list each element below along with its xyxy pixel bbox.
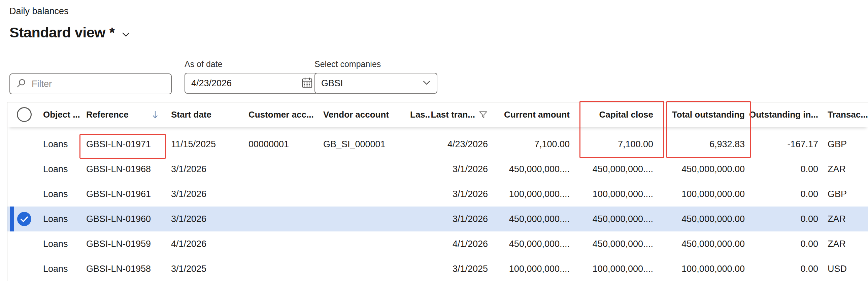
row-select-checkbox[interactable] — [7, 206, 38, 231]
cell-customer-account[interactable] — [246, 231, 320, 256]
cell-start-date[interactable]: 4/1/2026 — [168, 231, 246, 256]
cell-reference[interactable]: GBSI-LN-01971 — [84, 132, 168, 157]
cell-transaction-currency[interactable]: GBP — [822, 181, 868, 206]
column-header-outstanding-in[interactable]: Outstanding in... — [749, 103, 822, 127]
cell-outstanding-in[interactable]: 0.00 — [749, 206, 822, 231]
cell-total-outstanding[interactable]: 6,932.83 — [664, 132, 749, 157]
cell-vendor-account[interactable]: GB_SI_000001 — [320, 132, 407, 157]
cell-current-amount[interactable]: 450,000,000.... — [493, 206, 572, 231]
column-header-total-outstanding[interactable]: Total outstanding — [664, 103, 749, 127]
as-of-date-input[interactable] — [191, 78, 301, 89]
cell-current-amount[interactable]: 100,000,000.... — [493, 181, 572, 206]
cell-customer-account[interactable] — [246, 157, 320, 181]
cell-start-date[interactable]: 3/1/2026 — [168, 181, 246, 206]
column-header-object-type[interactable]: Object ... — [38, 103, 84, 127]
cell-total-outstanding[interactable]: 450,000,000.00 — [664, 231, 749, 256]
cell-current-amount[interactable]: 100,000,000.... — [493, 256, 572, 281]
cell-last-tran[interactable]: 4/23/2026 — [430, 132, 493, 157]
cell-outstanding-in[interactable]: 0.00 — [749, 181, 822, 206]
cell-last-tran[interactable]: 4/1/2026 — [430, 231, 493, 256]
cell-transaction-currency[interactable]: ZAR — [822, 206, 868, 231]
cell-las[interactable] — [407, 206, 430, 231]
cell-customer-account[interactable] — [246, 181, 320, 206]
cell-start-date[interactable]: 11/15/2025 — [168, 132, 246, 157]
cell-capital-close[interactable]: 450,000,000.... — [572, 231, 664, 256]
cell-start-date[interactable]: 3/1/2026 — [168, 157, 246, 181]
quick-filter-input[interactable] — [31, 79, 166, 90]
cell-current-amount[interactable]: 450,000,000.... — [493, 157, 572, 181]
quick-filter-box[interactable] — [9, 74, 172, 94]
column-header-customer-account[interactable]: Customer acc... — [246, 103, 320, 127]
select-companies-combobox[interactable]: GBSI — [314, 73, 437, 94]
cell-las[interactable] — [407, 157, 430, 181]
cell-vendor-account[interactable] — [320, 256, 407, 281]
cell-outstanding-in[interactable]: 0.00 — [749, 256, 822, 281]
calendar-icon[interactable] — [301, 77, 313, 90]
table-row[interactable]: LoansGBSI-LN-019603/1/20263/1/2026450,00… — [7, 206, 868, 231]
table-row[interactable]: LoansGBSI-LN-0197111/15/202500000001GB_S… — [7, 132, 868, 157]
cell-object-type[interactable]: Loans — [38, 231, 84, 256]
cell-vendor-account[interactable] — [320, 206, 407, 231]
table-row[interactable]: LoansGBSI-LN-019583/1/20253/1/2025100,00… — [7, 256, 868, 281]
row-select-checkbox[interactable] — [7, 157, 38, 181]
cell-vendor-account[interactable] — [320, 231, 407, 256]
column-header-transaction-currency[interactable]: Transac... — [822, 103, 868, 127]
cell-customer-account[interactable] — [246, 256, 320, 281]
table-row[interactable]: LoansGBSI-LN-019613/1/20263/1/2026100,00… — [7, 181, 868, 206]
view-selector[interactable]: Standard view * — [9, 24, 132, 41]
cell-las[interactable] — [407, 256, 430, 281]
cell-total-outstanding[interactable]: 450,000,000.00 — [664, 206, 749, 231]
cell-reference[interactable]: GBSI-LN-01960 — [84, 206, 168, 231]
cell-object-type[interactable]: Loans — [38, 256, 84, 281]
cell-last-tran[interactable]: 3/1/2025 — [430, 256, 493, 281]
cell-transaction-currency[interactable]: ZAR — [822, 231, 868, 256]
cell-object-type[interactable]: Loans — [38, 157, 84, 181]
cell-transaction-currency[interactable]: GBP — [822, 132, 868, 157]
cell-transaction-currency[interactable]: ZAR — [822, 157, 868, 181]
cell-current-amount[interactable]: 450,000,000.... — [493, 231, 572, 256]
cell-object-type[interactable]: Loans — [38, 206, 84, 231]
column-header-start-date[interactable]: Start date — [168, 103, 246, 127]
row-select-checkbox[interactable] — [7, 256, 38, 281]
cell-capital-close[interactable]: 7,100.00 — [572, 132, 664, 157]
cell-start-date[interactable]: 3/1/2026 — [168, 206, 246, 231]
cell-outstanding-in[interactable]: 0.00 — [749, 157, 822, 181]
row-select-checkbox[interactable] — [7, 132, 38, 157]
cell-capital-close[interactable]: 450,000,000.... — [572, 206, 664, 231]
cell-customer-account[interactable]: 00000001 — [246, 132, 320, 157]
cell-reference[interactable]: GBSI-LN-01968 — [84, 157, 168, 181]
column-header-las[interactable]: Las... — [407, 103, 430, 127]
cell-last-tran[interactable]: 3/1/2026 — [430, 206, 493, 231]
table-row[interactable]: LoansGBSI-LN-019683/1/20263/1/2026450,00… — [7, 157, 868, 181]
cell-outstanding-in[interactable]: -167.17 — [749, 132, 822, 157]
column-header-vendor-account[interactable]: Vendor account — [320, 103, 407, 127]
cell-total-outstanding[interactable]: 100,000,000.00 — [664, 256, 749, 281]
cell-vendor-account[interactable] — [320, 157, 407, 181]
cell-customer-account[interactable] — [246, 206, 320, 231]
cell-reference[interactable]: GBSI-LN-01959 — [84, 231, 168, 256]
row-select-checkbox[interactable] — [7, 231, 38, 256]
column-header-capital-close[interactable]: Capital close — [572, 103, 664, 127]
cell-vendor-account[interactable] — [320, 181, 407, 206]
column-header-reference[interactable]: Reference — [84, 103, 168, 127]
row-select-checkbox[interactable] — [7, 181, 38, 206]
cell-outstanding-in[interactable]: 0.00 — [749, 231, 822, 256]
cell-reference[interactable]: GBSI-LN-01958 — [84, 256, 168, 281]
table-row[interactable]: LoansGBSI-LN-019594/1/20264/1/2026450,00… — [7, 231, 868, 256]
cell-reference[interactable]: GBSI-LN-01961 — [84, 181, 168, 206]
cell-capital-close[interactable]: 100,000,000.... — [572, 256, 664, 281]
select-all-checkbox[interactable] — [7, 103, 38, 127]
chevron-down-icon[interactable] — [421, 77, 432, 89]
cell-capital-close[interactable]: 100,000,000.... — [572, 181, 664, 206]
cell-total-outstanding[interactable]: 100,000,000.00 — [664, 181, 749, 206]
cell-start-date[interactable]: 3/1/2025 — [168, 256, 246, 281]
cell-las[interactable] — [407, 181, 430, 206]
column-header-current-amount[interactable]: Current amount — [493, 103, 572, 127]
cell-object-type[interactable]: Loans — [38, 181, 84, 206]
cell-current-amount[interactable]: 7,100.00 — [493, 132, 572, 157]
cell-las[interactable] — [407, 231, 430, 256]
cell-object-type[interactable]: Loans — [38, 132, 84, 157]
column-header-last-tran[interactable]: Last tran... — [430, 103, 493, 127]
cell-las[interactable] — [407, 132, 430, 157]
cell-capital-close[interactable]: 450,000,000.... — [572, 157, 664, 181]
